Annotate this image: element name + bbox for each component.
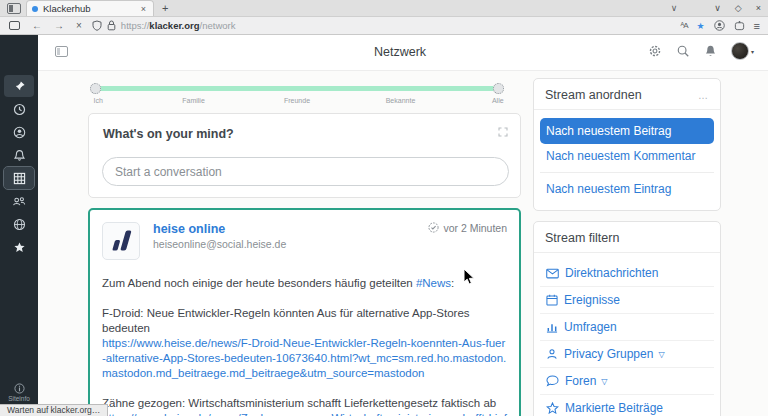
account-icon[interactable] — [714, 20, 725, 31]
post-header: heise online heiseonline@social.heise.de… — [102, 222, 507, 260]
avatar — [731, 42, 749, 60]
calendar-icon — [546, 294, 558, 306]
extensions-icon[interactable] — [734, 20, 745, 31]
post-news-item: F-Droid: Neue Entwickler-Regeln könnten … — [102, 306, 507, 381]
globe-icon — [13, 218, 26, 231]
new-tab-button[interactable]: + — [162, 2, 168, 14]
notifications-bell-icon[interactable] — [704, 44, 717, 58]
post-intro: Zum Abend noch einige der heute besonder… — [102, 276, 507, 291]
hashtag-link[interactable]: #News — [416, 277, 451, 289]
bookmark-star-icon[interactable]: ★ — [697, 21, 705, 31]
window-maximize-button[interactable]: ◇ — [735, 3, 742, 13]
sidebar-item-pinned[interactable] — [4, 75, 34, 97]
list-all-tabs-icon[interactable]: ∨ — [671, 3, 678, 13]
composer-title: What's on your mind? — [103, 127, 234, 141]
post-author-name[interactable]: heise online — [153, 222, 428, 236]
siteinfo-label: Siteinfo — [0, 395, 38, 402]
slider-label: Alle — [492, 97, 504, 104]
settings-gear-icon[interactable] — [648, 44, 662, 58]
menu-icon[interactable]: ≡ — [754, 20, 760, 32]
post-card: heise online heiseonline@social.heise.de… — [88, 208, 521, 416]
sort-option-newest-entry[interactable]: Nach neuestem Eintrag — [540, 177, 714, 201]
filter-direct-messages[interactable]: Direktnachrichten — [540, 261, 714, 285]
composer-card: What's on your mind? — [88, 113, 521, 198]
sidebar-item-community[interactable] — [4, 213, 34, 235]
network-group-slider[interactable]: Ich Familie Freunde Bekannte Alle — [90, 83, 504, 109]
envelope-icon — [546, 268, 559, 279]
user-icon — [13, 126, 26, 139]
post-timestamp[interactable]: vor 2 Minuten — [443, 222, 507, 234]
right-sidebar: Stream anordnen … Nach neuestem Beitrag … — [533, 78, 721, 416]
slider-handle-left[interactable] — [90, 83, 101, 94]
caret-down-icon: ▾ — [751, 48, 754, 55]
slider-label: Freunde — [284, 97, 310, 104]
news-title: Zähne gezogen: Wirtschaftsministerium sc… — [102, 396, 507, 411]
back-button[interactable]: ← — [32, 21, 42, 31]
check-circle-icon — [428, 222, 439, 233]
poll-icon — [546, 321, 558, 333]
user-menu[interactable]: ▾ — [731, 42, 754, 60]
filter-events[interactable]: Ereignisse — [540, 288, 714, 312]
slider-label: Bekannte — [386, 97, 416, 104]
sidebar-item-network[interactable] — [4, 167, 34, 189]
tab-title: Klackerhub — [43, 3, 139, 14]
filter-polls[interactable]: Umfragen — [540, 315, 714, 339]
tab-favicon — [32, 6, 38, 12]
slider-label: Ich — [94, 97, 103, 104]
caret-outline-icon: ▽ — [601, 377, 607, 386]
app-sidebar: Siteinfo — [0, 35, 38, 404]
sidebar-item-bookmarks[interactable] — [4, 236, 34, 258]
person-icon — [546, 348, 558, 360]
tab-manager-icon[interactable] — [9, 21, 20, 30]
siteinfo-link[interactable]: Siteinfo — [0, 383, 38, 402]
ellipsis-icon[interactable]: … — [698, 90, 709, 101]
filter-privacy-groups[interactable]: Privacy Gruppen ▽ — [540, 342, 714, 366]
lock-icon[interactable] — [107, 20, 116, 31]
sidebar-item-contacts[interactable] — [4, 190, 34, 212]
firefox-view-icon[interactable] — [7, 3, 21, 14]
tracking-shield-icon[interactable] — [92, 20, 102, 31]
sidebar-item-notifications[interactable] — [4, 144, 34, 166]
users-icon — [12, 195, 26, 208]
caret-outline-icon: ▽ — [658, 350, 664, 359]
page-header: Netzwerk ▾ — [38, 35, 768, 71]
url-text: https://klacker.org/network — [121, 20, 236, 31]
composer-input[interactable] — [102, 157, 509, 186]
search-icon[interactable] — [676, 44, 690, 58]
stop-button[interactable]: × — [76, 21, 82, 31]
translate-icon[interactable]: ᴬA — [681, 21, 688, 30]
sort-option-newest-post[interactable]: Nach neuestem Beitrag — [540, 118, 714, 144]
sidebar-item-profile[interactable] — [4, 121, 34, 143]
star-outline-icon — [546, 402, 559, 414]
comment-icon — [546, 375, 559, 387]
filter-forums[interactable]: Foren ▽ — [540, 369, 714, 393]
browser-status-bar: Warten auf klacker.org… — [0, 404, 108, 416]
sort-option-newest-comment[interactable]: Nach neuestem Kommentar — [540, 144, 714, 168]
news-link[interactable]: https://www.heise.de/news/F-Droid-Neue-E… — [102, 336, 507, 381]
stream-filter-title: Stream filtern — [545, 231, 619, 245]
post-news-item: Zähne gezogen: Wirtschaftsministerium sc… — [102, 396, 507, 416]
filter-starred-posts[interactable]: Markierte Beiträge — [540, 396, 714, 416]
stream-order-panel: Stream anordnen … Nach neuestem Beitrag … — [533, 78, 721, 211]
sidebar-item-recent[interactable] — [4, 98, 34, 120]
forward-button[interactable]: → — [54, 21, 64, 31]
star-icon — [13, 241, 26, 254]
tab-close-icon[interactable]: × — [139, 4, 148, 14]
browser-tab[interactable]: Klackerhub × — [26, 0, 154, 16]
url-bar[interactable]: https://klacker.org/network — [92, 19, 672, 33]
page-title: Netzwerk — [300, 45, 500, 59]
slider-handle-right[interactable] — [493, 83, 504, 94]
thumbtack-icon — [13, 80, 26, 93]
post-author-avatar[interactable] — [102, 222, 140, 260]
grid-icon — [13, 172, 26, 185]
window-close-button[interactable]: × — [756, 3, 761, 13]
slider-track[interactable] — [96, 86, 498, 91]
expand-icon[interactable] — [498, 127, 508, 137]
slider-label: Familie — [182, 97, 205, 104]
window-minimize-button[interactable]: ∨ — [714, 3, 721, 13]
news-link[interactable]: https://www.heise.de/news/Zaehne-gezogen… — [102, 411, 507, 416]
browser-toolbar: ← → × https://klacker.org/network ᴬA ★ ≡ — [0, 17, 768, 35]
sidebar-toggle-icon[interactable] — [55, 46, 68, 57]
clock-icon — [13, 103, 26, 116]
main-content: Ich Familie Freunde Bekannte Alle What's… — [38, 71, 768, 416]
